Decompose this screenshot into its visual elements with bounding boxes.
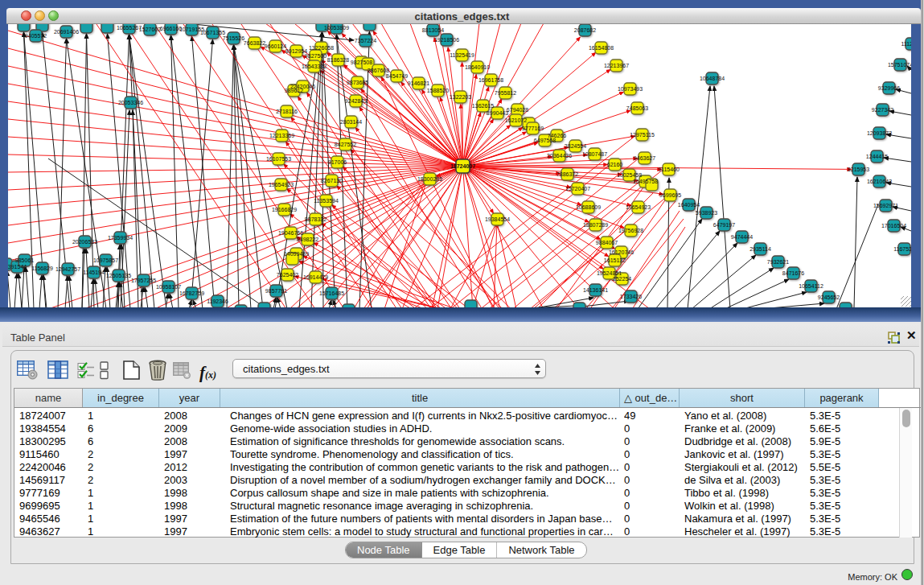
svg-text:17359934: 17359934 (108, 235, 133, 241)
svg-text:1527602: 1527602 (139, 27, 161, 32)
svg-text:7485063: 7485063 (626, 105, 648, 111)
svg-text:252254: 252254 (613, 276, 631, 282)
svg-text:20691406: 20691406 (54, 29, 79, 35)
svg-text:9405572: 9405572 (25, 33, 47, 39)
svg-text:8186328: 8186328 (327, 57, 349, 63)
svg-text:7955812: 7955812 (495, 90, 516, 96)
svg-text:19166829: 19166829 (272, 207, 297, 212)
svg-text:9884067: 9884067 (596, 240, 618, 245)
svg-text:7515526: 7515526 (223, 35, 244, 41)
svg-text:10053809: 10053809 (324, 25, 349, 31)
svg-text:9827500: 9827500 (305, 53, 326, 59)
svg-text:17016504: 17016504 (881, 223, 906, 229)
svg-text:917006: 917006 (328, 159, 347, 165)
svg-text:6794028: 6794028 (507, 107, 528, 113)
svg-text:8813054: 8813054 (422, 27, 444, 33)
svg-text:7625402: 7625402 (277, 272, 298, 278)
svg-text:12975115: 12975115 (630, 132, 655, 138)
svg-text:16914479: 16914479 (303, 274, 328, 280)
svg-text:1615132: 1615132 (604, 257, 626, 263)
svg-text:20053346: 20053346 (118, 100, 143, 105)
svg-text:2935114: 2935114 (749, 246, 771, 252)
svg-text:9115460: 9115460 (658, 167, 680, 172)
svg-text:15692971: 15692971 (873, 203, 898, 208)
svg-text:9827508: 9827508 (351, 60, 372, 65)
svg-text:8498222: 8498222 (297, 237, 318, 242)
svg-text:20206533: 20206533 (72, 239, 97, 245)
svg-text:15751074: 15751074 (888, 62, 911, 68)
svg-text:12213369: 12213369 (269, 133, 294, 138)
svg-text:9873685: 9873685 (347, 80, 368, 85)
svg-text:1112675: 1112675 (901, 41, 911, 47)
svg-text:1733426: 1733426 (620, 294, 642, 299)
svg-text:16495758: 16495758 (633, 179, 658, 184)
svg-text:19384554: 19384554 (485, 216, 510, 222)
svg-text:16154808: 16154808 (589, 45, 614, 51)
svg-text:2803144: 2803144 (340, 119, 362, 125)
svg-text:9227342: 9227342 (872, 107, 893, 113)
svg-text:17957255: 17957255 (131, 278, 156, 283)
svg-text:14099489: 14099489 (284, 251, 309, 257)
svg-text:10807487: 10807487 (582, 151, 607, 157)
svg-text:10655267: 10655267 (117, 25, 142, 31)
svg-text:18724007: 18724007 (450, 163, 475, 169)
svg-text:8427552: 8427552 (335, 142, 356, 147)
svg-text:10671355: 10671355 (200, 30, 225, 35)
svg-text:10654112: 10654112 (799, 283, 823, 289)
svg-text:62160: 62160 (607, 162, 623, 167)
svg-text:19524851: 19524851 (597, 270, 622, 276)
svg-text:3824554: 3824554 (565, 143, 586, 149)
svg-text:11325419: 11325419 (450, 52, 474, 58)
svg-text:10958107: 10958107 (156, 284, 181, 290)
svg-text:8267130: 8267130 (321, 178, 343, 183)
svg-text:9699695: 9699695 (659, 192, 681, 198)
svg-text:10648784: 10648784 (700, 76, 725, 81)
svg-text:6497568: 6497568 (534, 138, 556, 143)
svg-text:16210643: 16210643 (867, 179, 892, 184)
svg-text:9245652: 9245652 (818, 295, 840, 300)
svg-text:12942757: 12942757 (55, 266, 80, 272)
svg-text:2867608: 2867608 (368, 68, 389, 73)
svg-text:2718116: 2718116 (276, 109, 298, 114)
svg-text:8471676: 8471676 (782, 270, 804, 276)
svg-text:9857791: 9857791 (265, 288, 287, 294)
svg-text:7357224: 7357224 (355, 38, 376, 43)
svg-text:1588520: 1588520 (427, 88, 449, 93)
svg-text:18300295: 18300295 (417, 176, 442, 182)
svg-text:14136141: 14136141 (583, 287, 608, 293)
svg-text:18807289: 18807289 (583, 222, 608, 228)
svg-text:10688609: 10688609 (576, 204, 601, 210)
svg-text:20364436: 20364436 (547, 153, 572, 159)
svg-text:8454749: 8454749 (386, 73, 408, 79)
svg-text:11353594: 11353594 (314, 198, 339, 204)
svg-text:13226058: 13226058 (309, 45, 334, 51)
svg-text:12093873: 12093873 (867, 130, 892, 136)
svg-text:985061: 985061 (15, 257, 34, 263)
svg-text:16961758: 16961758 (478, 77, 503, 83)
svg-text:9242843: 9242843 (345, 98, 367, 104)
svg-text:9146821: 9146821 (408, 80, 429, 86)
svg-text:9329966: 9329966 (878, 85, 900, 91)
svg-text:1640954: 1640954 (678, 202, 700, 208)
svg-text:8990443: 8990443 (487, 110, 508, 116)
svg-text:19654923: 19654923 (626, 204, 651, 210)
svg-text:9777169: 9777169 (522, 126, 544, 131)
svg-text:7932621: 7932621 (767, 259, 789, 265)
svg-text:15716485: 15716485 (319, 290, 344, 296)
svg-text:7886372: 7886372 (556, 171, 578, 177)
svg-text:1156829: 1156829 (31, 266, 53, 271)
svg-text:6479197: 6479197 (713, 222, 735, 228)
svg-text:1192346: 1192346 (207, 299, 228, 304)
svg-text:1244415: 1244415 (866, 154, 888, 159)
svg-text:19756928: 19756928 (618, 228, 643, 233)
svg-text:9660124: 9660124 (265, 43, 286, 49)
svg-text:19046766: 19046766 (278, 230, 303, 236)
svg-text:19218506: 19218506 (434, 37, 459, 43)
svg-text:15720407: 15720407 (565, 186, 590, 192)
svg-text:10025458: 10025458 (617, 172, 642, 178)
svg-text:16107553: 16107553 (266, 156, 291, 162)
svg-text:5938923: 5938923 (696, 210, 717, 216)
svg-text:2087682: 2087682 (574, 27, 596, 33)
svg-text:1167531: 1167531 (893, 246, 911, 252)
svg-text:16782759: 16782759 (179, 290, 204, 296)
